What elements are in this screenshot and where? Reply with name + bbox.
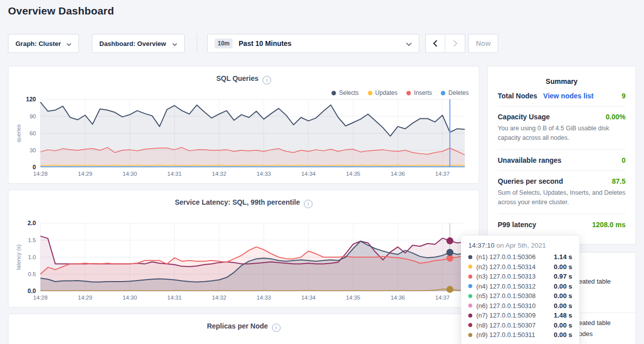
node-latency-value: 1.14 s [554,253,572,261]
svg-text:0.5: 0.5 [28,271,36,277]
time-range-dropdown[interactable]: 10m Past 10 Minutes [207,34,419,53]
node-address: (n2) 127.0.0.1:50314 [476,263,550,271]
svg-text:14:37: 14:37 [435,295,450,301]
next-time-button[interactable] [445,34,465,53]
node-address: (n8) 127.0.0.1:50307 [476,322,550,329]
svg-text:1.5: 1.5 [28,237,36,243]
summary-row-unavailable: Unavailable ranges 0 [498,150,626,171]
tooltip-row: (n1) 127.0.0.1:503061.14 s [468,252,572,262]
summary-desc: You are using 0 B of 4.5 GiB usable disk… [498,124,626,143]
svg-text:14:29: 14:29 [78,171,92,177]
time-range-label: Past 10 Minutes [239,39,292,47]
node-dot-icon [468,323,472,327]
tooltip-row: (n2) 127.0.0.1:503140.00 s [468,262,572,272]
summary-row-capacity: Capacity Usage 0.00% You are using 0 B o… [498,106,626,150]
svg-text:14:36: 14:36 [390,171,405,177]
toolbar-divider [197,34,197,53]
summary-label: P99 latency [498,221,536,229]
summary-value: 87.5 [612,177,626,185]
replicas-per-node-card: Replicas per Nodei [8,314,479,344]
svg-text:1.0: 1.0 [28,254,36,260]
chevron-down-icon [406,40,412,47]
node-address: (n7) 127.0.0.1:50309 [476,312,550,319]
summary-value: 0.00% [606,113,626,121]
info-icon[interactable]: i [272,324,281,332]
summary-panel: Summary Total Nodes View nodes list 9 Ca… [487,66,636,245]
node-dot-icon [468,294,472,298]
service-latency-chart[interactable]: 14:2814:2914:3014:3114:3214:3314:3414:35… [8,190,480,308]
svg-text:14:29: 14:29 [78,295,92,301]
node-address: (n6) 127.0.0.1:50310 [476,302,550,310]
node-dot-icon [468,314,472,318]
page: Overview Dashboard Graph: Cluster Dashbo… [0,0,644,344]
svg-text:14:30: 14:30 [123,171,137,177]
svg-text:14:34: 14:34 [301,171,316,177]
svg-text:14:35: 14:35 [346,295,360,301]
tooltip-row: (n5) 127.0.0.1:503080.00 s [468,291,572,301]
summary-label: Queries per second [498,177,563,185]
svg-text:14:35: 14:35 [346,171,360,177]
summary-desc: Sum of Selects, Updates, Inserts, and De… [498,188,626,208]
tooltip-row: (n3) 127.0.0.1:503130.97 s [468,272,572,282]
svg-text:14:30: 14:30 [123,295,137,301]
page-title: Overview Dashboard [8,5,114,17]
svg-text:14:32: 14:32 [212,295,227,301]
replicas-title-row: Replicas per Nodei [8,322,479,332]
time-nav [425,34,465,53]
node-address: (n9) 127.0.0.1:50311 [476,331,550,339]
node-dot-icon [468,284,472,288]
summary-row-qps: Queries per second 87.5 Sum of Selects, … [498,171,626,214]
summary-value: 9 [622,92,626,100]
svg-text:14:31: 14:31 [167,171,182,177]
node-dot-icon [468,304,472,308]
summary-value: 1208.0 ms [592,221,626,229]
svg-text:14:33: 14:33 [257,171,271,177]
node-dot-icon [468,333,472,337]
svg-text:queries: queries [15,124,21,142]
node-latency-value: 0.00 s [554,331,572,339]
graph-dropdown[interactable]: Graph: Cluster [8,34,79,53]
node-address: (n5) 127.0.0.1:50308 [476,292,550,300]
node-address: (n4) 127.0.0.1:50312 [476,283,550,290]
svg-text:2.0: 2.0 [27,220,36,227]
tooltip-row: (n7) 127.0.0.1:503091.48 s [468,311,572,321]
dashboard-dropdown-label: Dashboard: Overview [99,40,166,47]
node-dot-icon [468,255,472,259]
summary-value: 0 [622,156,626,164]
svg-text:120: 120 [26,96,36,103]
tooltip-row: (n4) 127.0.0.1:503120.00 s [468,282,572,292]
node-dot-icon [468,275,472,279]
node-latency-value: 0.97 s [554,273,572,280]
node-latency-value: 0.00 s [554,283,572,290]
summary-label: Unavailable ranges [498,156,562,164]
svg-text:14:28: 14:28 [33,171,48,177]
view-nodes-link[interactable]: View nodes list [543,92,594,100]
chart-title: Replicas per Node [207,322,268,330]
svg-text:60: 60 [29,130,36,136]
summary-label: Capacity Usage [498,113,550,121]
svg-text:14:32: 14:32 [212,171,227,177]
svg-text:14:31: 14:31 [167,295,182,301]
svg-text:14:34: 14:34 [301,295,316,301]
tooltip-row: (n9) 127.0.0.1:503110.00 s [468,330,572,340]
tooltip-row: (n6) 127.0.0.1:503100.00 s [468,301,572,311]
tooltip-row: (n8) 127.0.0.1:503070.00 s [468,321,572,331]
node-address: (n3) 127.0.0.1:50313 [476,273,550,280]
chevron-down-icon [172,40,177,47]
svg-text:90: 90 [29,113,36,119]
svg-text:14:37: 14:37 [435,171,450,177]
graph-dropdown-label: Graph: Cluster [15,40,61,47]
summary-title: Summary [498,77,626,85]
time-range-badge: 10m [215,38,233,48]
node-latency-value: 0.00 s [554,302,572,310]
node-latency-value: 0.00 s [554,292,572,300]
svg-text:latency (s): latency (s) [15,245,21,270]
sql-queries-chart[interactable]: 14:2814:2914:3014:3114:3214:3314:3414:35… [8,66,480,184]
now-button[interactable]: Now [468,34,498,53]
node-address: (n1) 127.0.0.1:50306 [476,253,550,261]
dashboard-dropdown[interactable]: Dashboard: Overview [92,34,185,53]
svg-text:0: 0 [32,164,36,171]
svg-text:14:28: 14:28 [33,295,48,301]
node-latency-value: 0.00 s [554,263,572,271]
prev-time-button[interactable] [425,34,445,53]
